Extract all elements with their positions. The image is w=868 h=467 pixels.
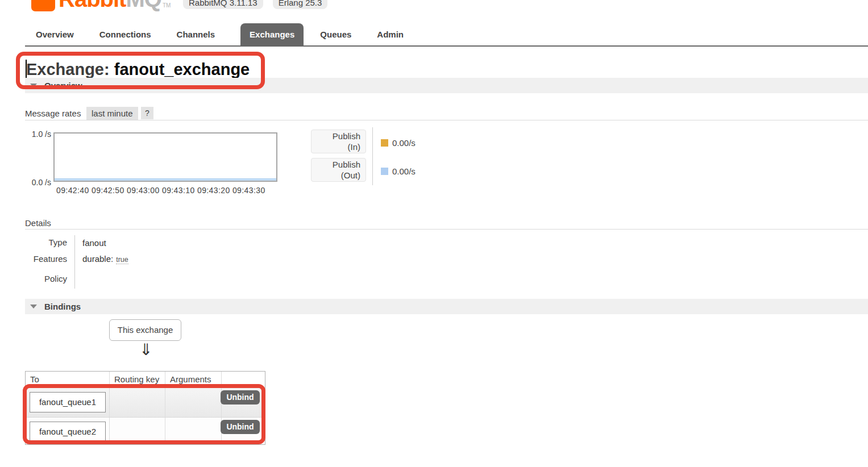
- tab-queues[interactable]: Queues: [320, 23, 351, 45]
- legend-publish-in[interactable]: Publish (In): [311, 130, 366, 153]
- legend-divider: [372, 127, 373, 185]
- tab-overview[interactable]: Overview: [36, 23, 74, 45]
- routing-key-cell: [110, 418, 165, 444]
- feature-durable-value: true: [116, 256, 128, 264]
- column-header-arguments: Arguments: [165, 372, 222, 387]
- bindings-section-header[interactable]: Bindings: [25, 299, 868, 314]
- page-title-prefix: Exchange:: [26, 60, 114, 78]
- details-divider-line: [25, 229, 868, 230]
- queue-link-fanout-queue2[interactable]: fanout_queue2: [30, 422, 106, 442]
- this-exchange-box: This exchange: [109, 319, 181, 341]
- message-rates-divider: [25, 120, 868, 120]
- publish-in-rate: 0.00/s: [392, 138, 416, 148]
- collapse-triangle-icon: [30, 305, 37, 308]
- detail-features-value: durable:true: [82, 254, 128, 264]
- queue-link-fanout-queue1[interactable]: fanout_queue1: [30, 392, 106, 412]
- unbind-button[interactable]: Unbind: [221, 420, 260, 434]
- arguments-cell: [165, 388, 222, 417]
- rabbitmq-logo-icon: [31, 0, 55, 11]
- logo-text-mq: MQ: [126, 0, 161, 12]
- tab-connections[interactable]: Connections: [99, 23, 151, 45]
- rabbitmq-management-page: Rabbit MQ TM RabbitMQ 3.11.13 Erlang 25.…: [0, 0, 868, 467]
- column-header-actions: [222, 372, 265, 387]
- help-badge[interactable]: ?: [141, 107, 153, 119]
- publish-out-swatch-icon: [381, 168, 388, 175]
- message-rates-label: Message rates: [25, 109, 81, 118]
- bindings-table: To Routing key Arguments fanout_queue1 U…: [25, 371, 265, 445]
- detail-features-label: Features: [25, 254, 67, 264]
- collapse-triangle-icon: [30, 84, 37, 87]
- detail-policy-label: Policy: [25, 274, 67, 283]
- bindings-section-label: Bindings: [44, 302, 81, 311]
- main-navigation: Overview Connections Channels Exchanges …: [25, 23, 868, 45]
- table-row: fanout_queue1 Unbind: [26, 387, 265, 417]
- legend-publish-out[interactable]: Publish (Out): [311, 158, 366, 182]
- logo-trademark: TM: [163, 2, 171, 12]
- publish-out-rate: 0.00/s: [392, 166, 416, 176]
- details-heading: Details: [25, 218, 51, 228]
- unbind-button[interactable]: Unbind: [221, 390, 260, 405]
- message-rates-chart: [53, 132, 277, 182]
- rabbitmq-version-badge: RabbitMQ 3.11.13: [183, 0, 263, 9]
- exchange-name: fanout_exchange: [114, 60, 250, 78]
- details-vertical-divider: [74, 235, 75, 289]
- routing-key-cell: [110, 388, 165, 417]
- publish-in-swatch-icon: [381, 139, 388, 147]
- erlang-version-badge: Erlang 25.3: [273, 0, 328, 9]
- feature-durable-key: durable:: [82, 254, 113, 264]
- bindings-table-header: To Routing key Arguments: [26, 372, 265, 387]
- page-title: Exchange: fanout_exchange: [26, 58, 250, 81]
- table-row: fanout_queue2 Unbind: [26, 417, 265, 444]
- binding-down-arrow-icon: ⇓: [138, 340, 155, 359]
- logo-text-rabbit: Rabbit: [59, 0, 126, 12]
- rabbitmq-logo[interactable]: Rabbit MQ TM: [31, 0, 182, 14]
- chart-zero-rate-line: [55, 178, 276, 181]
- tab-channels[interactable]: Channels: [177, 23, 215, 45]
- column-header-routing-key: Routing key: [110, 372, 165, 387]
- detail-type-value: fanout: [82, 238, 106, 248]
- overview-section-header[interactable]: Overview: [25, 78, 868, 93]
- column-header-to: To: [26, 372, 110, 387]
- arguments-cell: [165, 418, 222, 444]
- chart-x-axis-labels: 09:42:40 09:42:50 09:43:00 09:43:10 09:4…: [56, 186, 265, 195]
- chart-y-min-label: 0.0 /s: [24, 178, 51, 187]
- version-badges: RabbitMQ 3.11.13 Erlang 25.3: [183, 0, 327, 9]
- rate-mode-badge[interactable]: last minute: [86, 107, 138, 120]
- chart-y-max-label: 1.0 /s: [24, 130, 51, 139]
- detail-type-label: Type: [25, 237, 67, 247]
- tabbar-underline: [25, 45, 868, 47]
- overview-section-label: Overview: [44, 81, 82, 90]
- tab-admin[interactable]: Admin: [377, 23, 404, 45]
- tab-exchanges[interactable]: Exchanges: [240, 23, 304, 45]
